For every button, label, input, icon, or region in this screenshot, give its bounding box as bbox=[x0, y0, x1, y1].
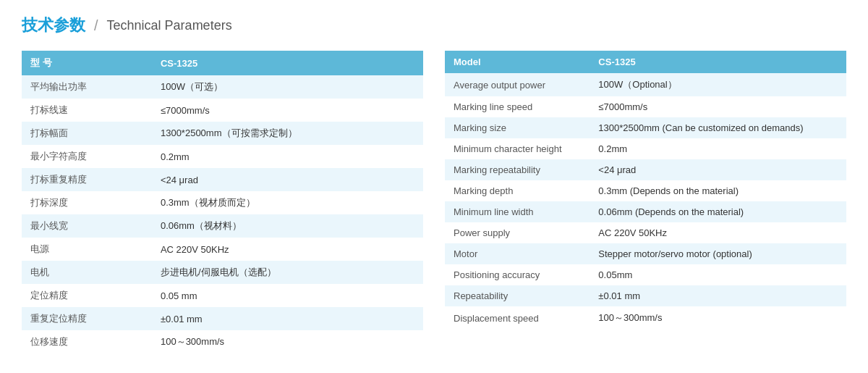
title-english: Technical Parameters bbox=[107, 18, 232, 33]
table-row: 电源AC 220V 50KHz bbox=[22, 238, 423, 261]
left-header-col1: 型 号 bbox=[22, 51, 152, 75]
table-row: MotorStepper motor/servo motor (optional… bbox=[445, 243, 846, 264]
table-row: 打标深度0.3mm（视材质而定） bbox=[22, 191, 423, 214]
table-row: Marking repeatability<24 μrad bbox=[445, 159, 846, 180]
tables-container: 型 号 CS-1325 平均输出功率100W（可选）打标线速≤7000mm/s打… bbox=[22, 51, 846, 353]
table-row: 最小字符高度0.2mm bbox=[22, 145, 423, 168]
right-header-col1: Model bbox=[445, 51, 590, 73]
table-cell: 打标重复精度 bbox=[22, 168, 152, 191]
page-title: 技术参数 / Technical Parameters bbox=[22, 14, 846, 36]
table-cell: Average output power bbox=[445, 73, 590, 96]
right-table: Model CS-1325 Average output power100W（O… bbox=[445, 51, 846, 330]
table-cell: 步进电机/伺服电机（选配） bbox=[152, 261, 423, 284]
table-row: 重复定位精度±0.01 mm bbox=[22, 307, 423, 330]
left-table-section: 型 号 CS-1325 平均输出功率100W（可选）打标线速≤7000mm/s打… bbox=[22, 51, 423, 353]
table-cell: 0.2mm bbox=[590, 138, 846, 159]
table-cell: ±0.01 mm bbox=[152, 307, 423, 330]
table-cell: 位移速度 bbox=[22, 330, 152, 353]
title-divider: / bbox=[94, 17, 98, 34]
table-row: Positioning accuracy0.05mm bbox=[445, 264, 846, 285]
table-cell: 电机 bbox=[22, 261, 152, 284]
table-cell: AC 220V 50KHz bbox=[590, 222, 846, 243]
table-cell: 1300*2500mm（可按需求定制） bbox=[152, 122, 423, 145]
table-cell: <24 μrad bbox=[152, 168, 423, 191]
table-cell: 打标幅面 bbox=[22, 122, 152, 145]
table-cell: 0.3mm（视材质而定） bbox=[152, 191, 423, 214]
table-cell: 100W（Optional） bbox=[590, 73, 846, 96]
table-row: 打标幅面1300*2500mm（可按需求定制） bbox=[22, 122, 423, 145]
table-cell: Minimum line width bbox=[445, 201, 590, 222]
table-cell: Positioning accuracy bbox=[445, 264, 590, 285]
table-row: Marking size1300*2500mm (Can be customiz… bbox=[445, 117, 846, 138]
table-row: 电机步进电机/伺服电机（选配） bbox=[22, 261, 423, 284]
table-cell: 0.2mm bbox=[152, 145, 423, 168]
table-row: Marking line speed≤7000mm/s bbox=[445, 96, 846, 117]
table-cell: 0.06mm（视材料） bbox=[152, 214, 423, 238]
table-cell: Marking depth bbox=[445, 180, 590, 201]
table-cell: Power supply bbox=[445, 222, 590, 243]
table-cell: 0.05 mm bbox=[152, 284, 423, 307]
table-cell: Marking size bbox=[445, 117, 590, 138]
table-cell: ≤7000mm/s bbox=[152, 99, 423, 122]
table-cell: 最小线宽 bbox=[22, 214, 152, 238]
table-row: Minimum line width0.06mm (Depends on the… bbox=[445, 201, 846, 222]
table-cell: 定位精度 bbox=[22, 284, 152, 307]
table-cell: 0.06mm (Depends on the material) bbox=[590, 201, 846, 222]
table-cell: Displacement speed bbox=[445, 306, 590, 330]
table-cell: Repeatability bbox=[445, 285, 590, 306]
table-cell: 平均输出功率 bbox=[22, 75, 152, 99]
table-row: 位移速度100～300mm/s bbox=[22, 330, 423, 353]
table-cell: 打标线速 bbox=[22, 99, 152, 122]
table-cell: 100W（可选） bbox=[152, 75, 423, 99]
table-cell: ≤7000mm/s bbox=[590, 96, 846, 117]
table-cell: Marking line speed bbox=[445, 96, 590, 117]
table-row: Displacement speed100～300mm/s bbox=[445, 306, 846, 330]
right-table-section: Model CS-1325 Average output power100W（O… bbox=[445, 51, 846, 353]
table-cell: 电源 bbox=[22, 238, 152, 261]
table-cell: 打标深度 bbox=[22, 191, 152, 214]
table-row: 最小线宽0.06mm（视材料） bbox=[22, 214, 423, 238]
table-row: Repeatability±0.01 mm bbox=[445, 285, 846, 306]
table-row: 打标重复精度<24 μrad bbox=[22, 168, 423, 191]
table-cell: Stepper motor/servo motor (optional) bbox=[590, 243, 846, 264]
title-chinese: 技术参数 bbox=[22, 14, 85, 36]
left-header-col2: CS-1325 bbox=[152, 51, 423, 75]
table-cell: 0.3mm (Depends on the material) bbox=[590, 180, 846, 201]
right-header-col2: CS-1325 bbox=[590, 51, 846, 73]
table-cell: 重复定位精度 bbox=[22, 307, 152, 330]
table-row: Minimum character height0.2mm bbox=[445, 138, 846, 159]
table-cell: 100～300mm/s bbox=[590, 306, 846, 330]
table-cell: 最小字符高度 bbox=[22, 145, 152, 168]
table-row: 定位精度0.05 mm bbox=[22, 284, 423, 307]
table-cell: 0.05mm bbox=[590, 264, 846, 285]
table-cell: AC 220V 50KHz bbox=[152, 238, 423, 261]
table-cell: 100～300mm/s bbox=[152, 330, 423, 353]
table-row: 打标线速≤7000mm/s bbox=[22, 99, 423, 122]
table-row: Average output power100W（Optional） bbox=[445, 73, 846, 96]
table-row: Power supplyAC 220V 50KHz bbox=[445, 222, 846, 243]
table-cell: Motor bbox=[445, 243, 590, 264]
table-cell: ±0.01 mm bbox=[590, 285, 846, 306]
table-cell: Marking repeatability bbox=[445, 159, 590, 180]
table-cell: <24 μrad bbox=[590, 159, 846, 180]
table-row: Marking depth0.3mm (Depends on the mater… bbox=[445, 180, 846, 201]
left-table: 型 号 CS-1325 平均输出功率100W（可选）打标线速≤7000mm/s打… bbox=[22, 51, 423, 353]
table-cell: 1300*2500mm (Can be customized on demand… bbox=[590, 117, 846, 138]
table-row: 平均输出功率100W（可选） bbox=[22, 75, 423, 99]
table-cell: Minimum character height bbox=[445, 138, 590, 159]
